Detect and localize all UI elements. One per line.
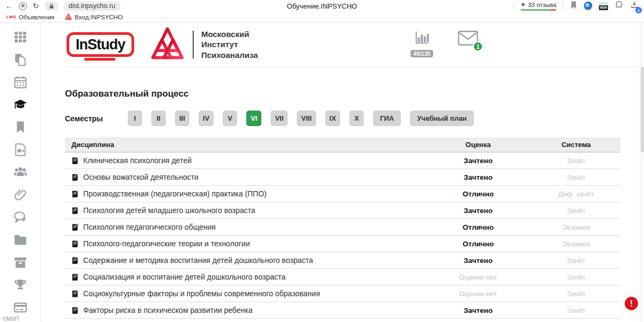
reviews-rating-bar	[521, 9, 556, 11]
system-value: Зачёт	[532, 257, 620, 265]
table-row[interactable]: Психология детей младшего школьного возр…	[65, 202, 620, 219]
mip-logo-icon[interactable]	[150, 26, 185, 63]
bookmark-label: Объявления	[19, 14, 55, 20]
bookmark-item-announcements[interactable]: LMS Объявления	[6, 14, 54, 20]
mail-button[interactable]: 1	[458, 31, 478, 48]
semester-button-III[interactable]: III	[175, 111, 189, 126]
discipline-name[interactable]: Социализация и воспитание детей дошкольн…	[83, 273, 286, 281]
discipline-name[interactable]: Содержание и методика воспитания детей д…	[83, 256, 313, 265]
grade-value: Зачтено	[425, 207, 532, 215]
mip-triangle-icon	[65, 13, 72, 21]
discipline-name[interactable]: Психолого-педагогические теории и технол…	[83, 239, 250, 248]
page-scrollbar[interactable]	[640, 23, 644, 322]
table-row[interactable]: Производственная (педагогическая) практи…	[65, 186, 620, 202]
folder-icon[interactable]	[13, 232, 28, 247]
semester-button-II[interactable]: II	[151, 111, 166, 126]
grade-value: Зачтено	[425, 157, 532, 165]
extensions-icon[interactable]	[614, 1, 624, 12]
divider	[193, 31, 194, 58]
semester-tabs: Семестры IIIIIIIVVVIVIIVIIIIXXГИАУчебный…	[65, 111, 644, 126]
semester-button-I[interactable]: I	[128, 111, 142, 126]
table-row[interactable]: Социализация и воспитание детей дошкольн…	[65, 269, 620, 286]
discipline-name[interactable]: Производственная (педагогическая) практи…	[83, 189, 267, 198]
instudy-logo-text: InStudy	[76, 36, 125, 53]
back-icon[interactable]: ←	[5, 2, 13, 10]
grade-value: Зачтено	[425, 257, 532, 265]
users-icon[interactable]	[13, 165, 28, 180]
book-icon	[71, 290, 79, 298]
table-row[interactable]: Клиническая психология детейЗачтеноЗачёт	[65, 152, 620, 169]
discipline-name[interactable]: Основы вожатской деятельности	[83, 173, 199, 181]
instudy-logo-stand	[84, 58, 115, 61]
site-reviews-widget[interactable]: ★33 отзыва	[521, 1, 557, 11]
book-icon	[71, 240, 79, 248]
discipline-name[interactable]: Социокультурные факторы и проблемы совре…	[83, 289, 320, 298]
semester-buttons: IIIIIIIVVVIVIIVIIIIXXГИАУчебный план	[128, 111, 474, 126]
scrollbar-thumb[interactable]	[641, 67, 644, 152]
lock-icon[interactable]	[45, 2, 58, 11]
discipline-name[interactable]: Факторы риска в психическом развитии реб…	[83, 306, 252, 314]
bookmark-flag-icon[interactable]	[570, 1, 577, 12]
system-value: Экзамен	[532, 240, 620, 248]
new-tab-icon[interactable]: NEW	[599, 2, 608, 10]
progress-stats-button[interactable]: 49/135	[411, 29, 433, 57]
download-icon[interactable]: 2	[630, 1, 639, 11]
paperclip-icon[interactable]	[13, 187, 28, 202]
discipline-name[interactable]: Психология детей младшего школьного возр…	[83, 206, 255, 215]
system-value: Экзамен	[532, 223, 620, 231]
instudy-logo[interactable]: InStudy	[65, 28, 136, 61]
documents-icon[interactable]	[13, 52, 28, 67]
video-file-icon[interactable]	[13, 142, 28, 157]
institute-name-line: Психоанализа	[201, 50, 258, 61]
star-icon: ★	[521, 1, 526, 8]
semester-button-Учебный план[interactable]: Учебный план	[410, 111, 473, 126]
table-row[interactable]: Факторы риска в психическом развитии реб…	[65, 302, 620, 319]
graduation-cap-icon[interactable]	[13, 97, 28, 112]
apps-grid-icon[interactable]	[13, 30, 28, 45]
semesters-label: Семестры	[65, 114, 103, 123]
table-row[interactable]: Психология педагогического общенияОтличн…	[65, 219, 620, 236]
semester-button-VI[interactable]: VI	[246, 111, 261, 126]
chat-icon[interactable]	[13, 210, 28, 225]
browser-logo-icon[interactable]	[584, 2, 592, 10]
semester-button-IX[interactable]: IX	[325, 111, 340, 126]
semester-button-V[interactable]: V	[223, 111, 237, 126]
url-bar[interactable]: dist.inpsycho.ru	[64, 2, 120, 11]
grade-value: Отлично	[425, 190, 532, 198]
book-icon	[71, 157, 79, 165]
institute-name-line: Институт	[201, 39, 258, 50]
table-row[interactable]: Содержание и методика воспитания детей д…	[65, 252, 620, 269]
progress-badge: 49/135	[411, 50, 433, 57]
bookmarks-bar: LMS Объявления Вход.INPSYCHO	[0, 12, 644, 23]
semester-button-VIII[interactable]: VIII	[297, 111, 316, 126]
alert-icon[interactable]: !	[625, 297, 638, 310]
discipline-name[interactable]: Клиническая психология детей	[83, 156, 192, 165]
main-content: InStudy Московский	[41, 23, 644, 322]
discipline-name[interactable]: Психология педагогического общения	[83, 223, 216, 231]
trophy-icon[interactable]	[13, 277, 28, 292]
column-header-grade: Оценка	[425, 141, 532, 149]
grade-value: Зачтено	[425, 306, 532, 314]
table-row[interactable]: Социокультурные факторы и проблемы совре…	[65, 286, 620, 302]
yandex-icon[interactable]: Я	[19, 2, 27, 10]
copyright-label: ©МИП	[3, 316, 19, 322]
refresh-icon[interactable]: ↻	[33, 2, 39, 10]
bookmark-label: Вход.INPSYCHO	[75, 14, 122, 20]
card-icon[interactable]	[13, 300, 28, 315]
table-row[interactable]: Основы вожатской деятельностиЗачтеноЗачё…	[65, 169, 620, 186]
grade-value: Отлично	[425, 223, 532, 231]
content-header: InStudy Московский	[65, 23, 644, 67]
grade-value: Зачтено	[425, 173, 532, 181]
calendar-icon[interactable]	[13, 75, 28, 90]
table-row[interactable]: Психолого-педагогические теории и технол…	[65, 236, 620, 252]
bookmark-item-login[interactable]: Вход.INPSYCHO	[65, 13, 122, 21]
bookmark-icon[interactable]	[13, 120, 28, 135]
system-value: Зачёт	[532, 306, 620, 314]
semester-button-X[interactable]: X	[349, 111, 364, 126]
semester-button-IV[interactable]: IV	[199, 111, 214, 126]
semester-button-VII[interactable]: VII	[270, 111, 288, 126]
table-body: Клиническая психология детейЗачтеноЗачёт…	[65, 152, 620, 319]
archive-icon[interactable]	[13, 255, 28, 270]
download-count-badge: 2	[635, 7, 642, 13]
semester-button-ГИА[interactable]: ГИА	[373, 111, 401, 126]
